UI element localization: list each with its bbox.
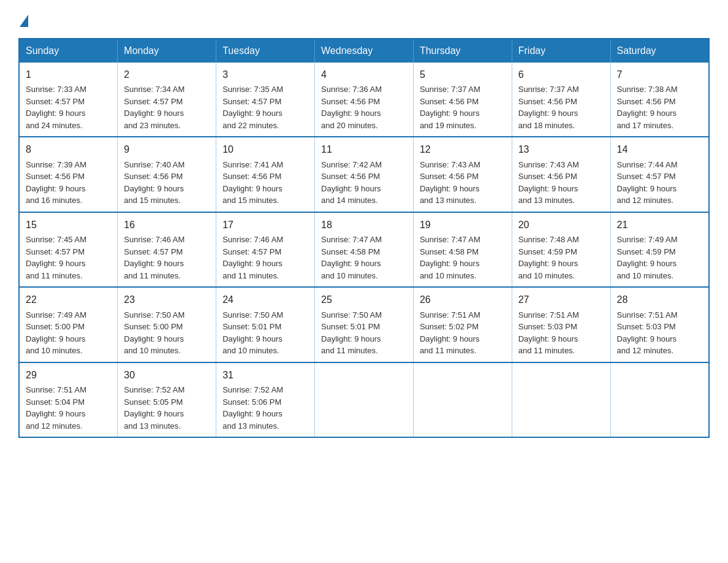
day-info: Sunrise: 7:51 AMSunset: 5:03 PMDaylight:… bbox=[617, 310, 678, 356]
day-info: Sunrise: 7:37 AMSunset: 4:56 PMDaylight:… bbox=[518, 85, 579, 130]
calendar-cell: 21 Sunrise: 7:49 AMSunset: 4:59 PMDaylig… bbox=[610, 212, 709, 287]
calendar-cell: 1 Sunrise: 7:33 AMSunset: 4:57 PMDayligh… bbox=[19, 63, 118, 137]
calendar-cell: 5 Sunrise: 7:37 AMSunset: 4:56 PMDayligh… bbox=[413, 63, 512, 137]
day-info: Sunrise: 7:46 AMSunset: 4:57 PMDaylight:… bbox=[124, 235, 184, 280]
calendar-cell: 12 Sunrise: 7:43 AMSunset: 4:56 PMDaylig… bbox=[413, 137, 512, 212]
day-info: Sunrise: 7:52 AMSunset: 5:06 PMDaylight:… bbox=[222, 385, 283, 431]
day-number: 23 bbox=[124, 293, 210, 307]
calendar-cell: 27 Sunrise: 7:51 AMSunset: 5:03 PMDaylig… bbox=[512, 287, 610, 362]
day-number: 13 bbox=[518, 142, 604, 156]
calendar-cell: 22 Sunrise: 7:49 AMSunset: 5:00 PMDaylig… bbox=[19, 287, 118, 362]
calendar-cell: 14 Sunrise: 7:44 AMSunset: 4:57 PMDaylig… bbox=[610, 137, 709, 212]
day-number: 5 bbox=[420, 67, 506, 82]
calendar-week-row: 29 Sunrise: 7:51 AMSunset: 5:04 PMDaylig… bbox=[19, 362, 709, 437]
day-info: Sunrise: 7:52 AMSunset: 5:05 PMDaylight:… bbox=[124, 385, 184, 431]
day-info: Sunrise: 7:50 AMSunset: 5:00 PMDaylight:… bbox=[124, 310, 184, 356]
day-number: 27 bbox=[518, 293, 604, 307]
day-info: Sunrise: 7:47 AMSunset: 4:58 PMDaylight:… bbox=[420, 235, 480, 280]
day-info: Sunrise: 7:43 AMSunset: 4:56 PMDaylight:… bbox=[420, 160, 480, 205]
calendar-cell: 13 Sunrise: 7:43 AMSunset: 4:56 PMDaylig… bbox=[512, 137, 610, 212]
calendar-cell: 16 Sunrise: 7:46 AMSunset: 4:57 PMDaylig… bbox=[118, 212, 216, 287]
calendar-cell: 25 Sunrise: 7:50 AMSunset: 5:01 PMDaylig… bbox=[315, 287, 414, 362]
calendar-cell: 26 Sunrise: 7:51 AMSunset: 5:02 PMDaylig… bbox=[413, 287, 512, 362]
day-info: Sunrise: 7:49 AMSunset: 5:00 PMDaylight:… bbox=[26, 310, 86, 356]
day-number: 16 bbox=[124, 218, 210, 232]
day-number: 15 bbox=[26, 218, 111, 232]
calendar-header-row: SundayMondayTuesdayWednesdayThursdayFrid… bbox=[19, 39, 709, 63]
day-info: Sunrise: 7:37 AMSunset: 4:56 PMDaylight:… bbox=[420, 85, 480, 130]
calendar-cell: 30 Sunrise: 7:52 AMSunset: 5:05 PMDaylig… bbox=[118, 362, 216, 437]
day-info: Sunrise: 7:43 AMSunset: 4:56 PMDaylight:… bbox=[518, 160, 579, 205]
day-number: 12 bbox=[420, 142, 506, 156]
day-number: 24 bbox=[222, 293, 308, 307]
calendar-cell bbox=[610, 362, 709, 437]
day-number: 9 bbox=[124, 142, 210, 156]
calendar-cell: 8 Sunrise: 7:39 AMSunset: 4:56 PMDayligh… bbox=[19, 137, 118, 212]
day-info: Sunrise: 7:42 AMSunset: 4:56 PMDaylight:… bbox=[321, 160, 382, 205]
weekday-header-wednesday: Wednesday bbox=[315, 39, 414, 63]
day-number: 10 bbox=[222, 142, 308, 156]
calendar-cell: 10 Sunrise: 7:41 AMSunset: 4:56 PMDaylig… bbox=[216, 137, 315, 212]
day-number: 30 bbox=[124, 368, 210, 382]
day-info: Sunrise: 7:33 AMSunset: 4:57 PMDaylight:… bbox=[26, 85, 86, 130]
day-info: Sunrise: 7:49 AMSunset: 4:59 PMDaylight:… bbox=[617, 235, 678, 280]
day-number: 6 bbox=[518, 67, 604, 82]
day-number: 11 bbox=[321, 142, 407, 156]
day-number: 7 bbox=[617, 67, 702, 82]
calendar-cell: 2 Sunrise: 7:34 AMSunset: 4:57 PMDayligh… bbox=[118, 63, 216, 137]
calendar-cell: 20 Sunrise: 7:48 AMSunset: 4:59 PMDaylig… bbox=[512, 212, 610, 287]
logo-triangle-icon bbox=[20, 15, 28, 27]
calendar-cell: 28 Sunrise: 7:51 AMSunset: 5:03 PMDaylig… bbox=[610, 287, 709, 362]
day-info: Sunrise: 7:50 AMSunset: 5:01 PMDaylight:… bbox=[222, 310, 283, 356]
calendar-cell: 18 Sunrise: 7:47 AMSunset: 4:58 PMDaylig… bbox=[315, 212, 414, 287]
day-info: Sunrise: 7:34 AMSunset: 4:57 PMDaylight:… bbox=[124, 85, 184, 130]
calendar-cell: 15 Sunrise: 7:45 AMSunset: 4:57 PMDaylig… bbox=[19, 212, 118, 287]
day-info: Sunrise: 7:35 AMSunset: 4:57 PMDaylight:… bbox=[222, 85, 283, 130]
day-info: Sunrise: 7:50 AMSunset: 5:01 PMDaylight:… bbox=[321, 310, 382, 356]
day-number: 4 bbox=[321, 67, 407, 82]
calendar-cell: 17 Sunrise: 7:46 AMSunset: 4:57 PMDaylig… bbox=[216, 212, 315, 287]
calendar-week-row: 8 Sunrise: 7:39 AMSunset: 4:56 PMDayligh… bbox=[19, 137, 709, 212]
calendar-cell: 9 Sunrise: 7:40 AMSunset: 4:56 PMDayligh… bbox=[118, 137, 216, 212]
day-info: Sunrise: 7:38 AMSunset: 4:56 PMDaylight:… bbox=[617, 85, 678, 130]
day-info: Sunrise: 7:36 AMSunset: 4:56 PMDaylight:… bbox=[321, 85, 382, 130]
calendar-cell: 6 Sunrise: 7:37 AMSunset: 4:56 PMDayligh… bbox=[512, 63, 610, 137]
day-info: Sunrise: 7:40 AMSunset: 4:56 PMDaylight:… bbox=[124, 160, 184, 205]
calendar-cell bbox=[413, 362, 512, 437]
day-number: 26 bbox=[420, 293, 506, 307]
day-number: 1 bbox=[26, 67, 111, 82]
day-number: 19 bbox=[420, 218, 506, 232]
day-number: 28 bbox=[617, 293, 702, 307]
day-info: Sunrise: 7:44 AMSunset: 4:57 PMDaylight:… bbox=[617, 160, 678, 205]
calendar-cell bbox=[512, 362, 610, 437]
day-info: Sunrise: 7:48 AMSunset: 4:59 PMDaylight:… bbox=[518, 235, 579, 280]
day-number: 20 bbox=[518, 218, 604, 232]
day-number: 14 bbox=[617, 142, 702, 156]
day-info: Sunrise: 7:41 AMSunset: 4:56 PMDaylight:… bbox=[222, 160, 283, 205]
calendar-cell: 7 Sunrise: 7:38 AMSunset: 4:56 PMDayligh… bbox=[610, 63, 709, 137]
weekday-header-monday: Monday bbox=[118, 39, 216, 63]
day-number: 29 bbox=[26, 368, 111, 382]
day-number: 31 bbox=[222, 368, 308, 382]
day-number: 2 bbox=[124, 67, 210, 82]
page-header bbox=[18, 12, 710, 27]
day-info: Sunrise: 7:46 AMSunset: 4:57 PMDaylight:… bbox=[222, 235, 283, 280]
day-number: 18 bbox=[321, 218, 407, 232]
day-number: 25 bbox=[321, 293, 407, 307]
calendar-cell: 3 Sunrise: 7:35 AMSunset: 4:57 PMDayligh… bbox=[216, 63, 315, 137]
calendar-table: SundayMondayTuesdayWednesdayThursdayFrid… bbox=[18, 38, 710, 438]
weekday-header-friday: Friday bbox=[512, 39, 610, 63]
day-info: Sunrise: 7:51 AMSunset: 5:02 PMDaylight:… bbox=[420, 310, 480, 356]
day-info: Sunrise: 7:51 AMSunset: 5:03 PMDaylight:… bbox=[518, 310, 579, 356]
day-info: Sunrise: 7:39 AMSunset: 4:56 PMDaylight:… bbox=[26, 160, 86, 205]
calendar-cell: 29 Sunrise: 7:51 AMSunset: 5:04 PMDaylig… bbox=[19, 362, 118, 437]
day-number: 17 bbox=[222, 218, 308, 232]
day-number: 22 bbox=[26, 293, 111, 307]
day-number: 21 bbox=[617, 218, 702, 232]
day-info: Sunrise: 7:51 AMSunset: 5:04 PMDaylight:… bbox=[26, 385, 86, 431]
calendar-week-row: 22 Sunrise: 7:49 AMSunset: 5:00 PMDaylig… bbox=[19, 287, 709, 362]
weekday-header-sunday: Sunday bbox=[19, 39, 118, 63]
calendar-cell: 11 Sunrise: 7:42 AMSunset: 4:56 PMDaylig… bbox=[315, 137, 414, 212]
logo bbox=[18, 12, 28, 27]
day-number: 3 bbox=[222, 67, 308, 82]
